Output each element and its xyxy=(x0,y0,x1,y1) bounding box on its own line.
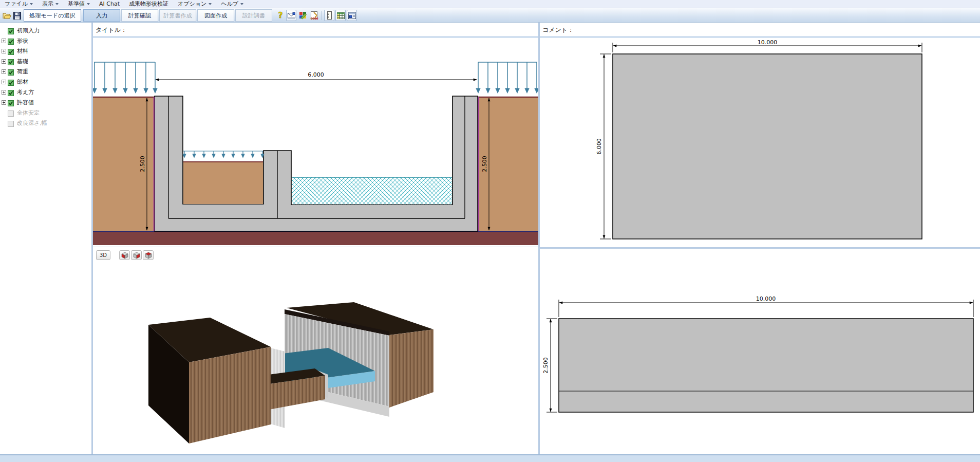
save-floppy-icon xyxy=(13,12,21,20)
mode-select-button[interactable]: 処理モードの選択 xyxy=(24,9,81,22)
checkbox-disabled-icon xyxy=(8,120,14,126)
menu-options[interactable]: オプション xyxy=(173,0,216,8)
expand-plus-icon[interactable] xyxy=(2,59,6,64)
tree-item-initial-input[interactable]: 初期入力 xyxy=(0,26,91,36)
legend-edit-button[interactable] xyxy=(298,10,308,21)
window-layout-button[interactable] xyxy=(347,10,357,21)
tab-drawing[interactable]: 図面作成 xyxy=(197,9,234,22)
title-header-label: タイトル： xyxy=(96,26,127,33)
water-fill xyxy=(292,177,452,205)
svg-text:2.500: 2.500 xyxy=(139,156,146,172)
table-grid-icon xyxy=(337,12,345,19)
chevron-down-icon xyxy=(209,3,212,5)
menu-deliverable-shape-check-label: 成果物形状検証 xyxy=(129,0,168,8)
svg-text:6.000: 6.000 xyxy=(308,71,324,78)
tab-calc-report: 計算書作成 xyxy=(159,9,196,22)
svg-text:10.000: 10.000 xyxy=(756,295,776,302)
tab-input-label: 入力 xyxy=(96,12,107,20)
elevation-wall xyxy=(559,319,973,412)
menu-standard-values-label: 基準値 xyxy=(68,0,85,8)
model-3d-scene xyxy=(148,302,434,443)
document-0000-icon: 0000 xyxy=(310,11,318,20)
expand-plus-icon[interactable] xyxy=(2,80,6,84)
checkbox-checked-icon[interactable] xyxy=(8,59,14,65)
comment-panel: コメント： 10.000 6.000 xyxy=(540,23,980,247)
cross-section-drawing: 6.000 2.500 2.500 xyxy=(93,39,538,247)
checkbox-checked-icon[interactable] xyxy=(8,48,14,54)
open-file-button[interactable] xyxy=(2,10,12,21)
expand-plus-icon[interactable] xyxy=(2,69,6,74)
bearing-layer xyxy=(93,232,538,245)
menu-view-label: 表示 xyxy=(42,0,53,8)
inner-soil-fill xyxy=(183,162,263,204)
title-header: タイトル： xyxy=(93,23,538,38)
comment-header: コメント： xyxy=(540,23,980,38)
tree-item-approach[interactable]: 考え方 xyxy=(0,87,91,98)
tree-item-label: 基礎 xyxy=(17,57,28,67)
tree-item-overall-stability: 全体安定 xyxy=(0,108,91,118)
view-3d-panel: 3D xyxy=(93,247,538,454)
tab-input[interactable]: 入力 xyxy=(83,9,120,22)
checkbox-checked-icon[interactable] xyxy=(8,69,14,75)
envelope-icon xyxy=(288,12,295,19)
ruler-tool-button[interactable] xyxy=(324,10,334,21)
tab-calc-check-label: 計算確認 xyxy=(128,12,151,20)
tab-design-doc: 設計調書 xyxy=(235,9,272,22)
checkbox-checked-icon[interactable] xyxy=(8,100,14,106)
expand-plus-icon[interactable] xyxy=(2,90,6,95)
menu-file[interactable]: ファイル xyxy=(0,0,37,8)
tree-item-load[interactable]: 荷重 xyxy=(0,67,91,77)
model-3d-viewport[interactable] xyxy=(93,247,538,455)
tree-item-allowable-values[interactable]: 許容値 xyxy=(0,98,91,108)
menu-help-label: ヘルプ xyxy=(221,0,238,8)
tree-item-member[interactable]: 部材 xyxy=(0,77,91,87)
tree-item-foundation[interactable]: 基礎 xyxy=(0,57,91,67)
tree-item-label: 形状 xyxy=(17,36,28,46)
help-button[interactable]: ? xyxy=(275,10,286,21)
table-view-button[interactable] xyxy=(335,10,346,21)
chevron-down-icon xyxy=(30,3,33,5)
tree-item-improvement-depth-width: 改良深さ,幅 xyxy=(0,118,91,128)
open-folder-icon xyxy=(3,12,11,20)
elevation-drawing: 10.000 2.500 xyxy=(540,249,980,454)
expand-plus-icon[interactable] xyxy=(2,49,6,53)
svg-text:10.000: 10.000 xyxy=(758,39,778,46)
tab-calc-check[interactable]: 計算確認 xyxy=(121,9,158,22)
checkbox-checked-icon[interactable] xyxy=(8,38,14,44)
svg-text:2.500: 2.500 xyxy=(542,357,549,374)
elevation-panel: 10.000 2.500 xyxy=(540,249,980,454)
menu-view[interactable]: 表示 xyxy=(37,0,63,8)
checkbox-checked-icon[interactable] xyxy=(8,89,14,96)
menu-bar: ファイル 表示 基準値 AI Chat 成果物形状検証 オプション ヘルプ xyxy=(0,0,980,8)
tree-item-label: 材料 xyxy=(17,46,28,57)
calc-sheet-button[interactable]: 0000 xyxy=(309,10,319,21)
menu-ai-chat[interactable]: AI Chat xyxy=(95,0,124,8)
svg-text:6.000: 6.000 xyxy=(596,138,602,155)
menu-options-label: オプション xyxy=(178,0,206,8)
mail-support-button[interactable] xyxy=(286,10,296,21)
save-file-button[interactable] xyxy=(12,10,22,21)
plan-view-drawing: 10.000 6.000 xyxy=(540,39,980,247)
menu-deliverable-shape-check[interactable]: 成果物形状検証 xyxy=(124,0,173,8)
expand-plus-icon[interactable] xyxy=(2,100,6,105)
checkbox-checked-icon[interactable] xyxy=(8,79,14,85)
model-tree-sidebar: 初期入力 形状 材料 基礎 荷重 部材 考え方 許容値 全体安定 xyxy=(0,23,91,454)
tree-item-shape[interactable]: 形状 xyxy=(0,36,91,46)
toolbar-separator xyxy=(322,11,322,20)
checkbox-checked-icon[interactable] xyxy=(8,28,14,34)
svg-text:?: ? xyxy=(278,11,283,20)
menu-standard-values[interactable]: 基準値 xyxy=(63,0,95,8)
tree-item-label: 考え方 xyxy=(17,87,34,98)
status-bar xyxy=(0,454,980,462)
tree-item-label: 改良深さ,幅 xyxy=(17,118,47,128)
toolbar: 処理モードの選択 入力 計算確認 計算書作成 図面作成 設計調書 ? 0000 xyxy=(0,8,980,23)
tree-item-material[interactable]: 材料 xyxy=(0,46,91,57)
ruler-icon xyxy=(327,11,332,20)
checkbox-disabled-icon xyxy=(8,110,14,116)
menu-help[interactable]: ヘルプ xyxy=(216,0,248,8)
tree-item-label: 部材 xyxy=(17,77,28,87)
color-grid-pencil-icon xyxy=(299,11,307,20)
window-layout-icon xyxy=(348,12,356,19)
expand-plus-icon[interactable] xyxy=(2,39,6,43)
tab-drawing-label: 図面作成 xyxy=(204,12,227,20)
